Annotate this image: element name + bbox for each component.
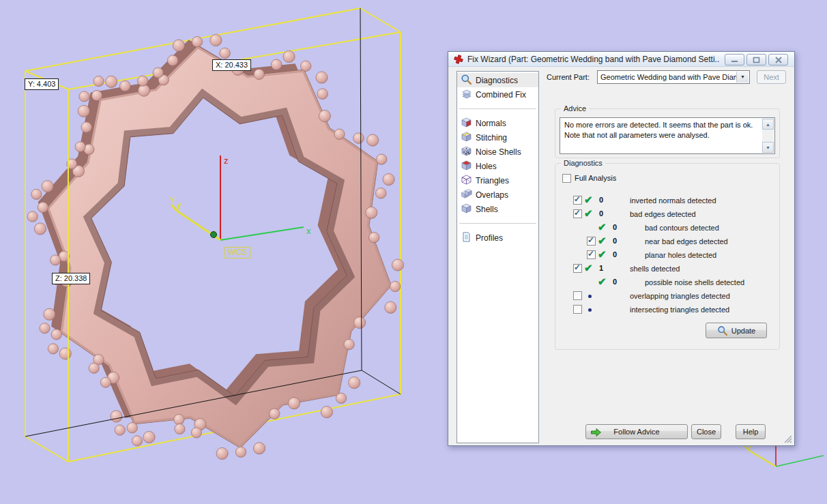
diagnostic-count: 0 — [613, 237, 617, 245]
diagnostic-label: shells detected — [630, 265, 680, 273]
sidebar-item-combined-fix[interactable]: Combined Fix — [457, 87, 538, 102]
cube-red-top-icon — [461, 160, 472, 173]
scroll-down-button[interactable]: ▼ — [762, 142, 774, 153]
pave-bead — [270, 409, 280, 419]
sidebar-item-holes[interactable]: Holes — [457, 159, 538, 173]
sidebar-item-label: Stitching — [476, 133, 507, 143]
diagnostic-label: overlapping triangles detected — [630, 292, 730, 300]
diagnostic-label: planar holes detected — [645, 251, 716, 259]
green-check-icon: ✔ — [584, 207, 593, 220]
layers-icon — [461, 88, 472, 102]
dialog-titlebar[interactable]: Fix Wizard (Part: Geometric Wedding band… — [448, 52, 794, 67]
pave-bead — [115, 425, 125, 435]
close-button[interactable] — [768, 54, 788, 65]
advice-legend: Advice — [561, 104, 589, 113]
pave-bead — [75, 142, 85, 152]
diagnostic-count: 0 — [613, 223, 617, 231]
pave-bead — [38, 202, 48, 212]
sidebar-item-label: Shells — [476, 205, 498, 214]
measure-label-z: Z: 20.338 — [52, 273, 90, 284]
fix-wizard-icon — [454, 55, 463, 64]
box-edge — [360, 8, 401, 32]
pave-bead — [210, 34, 222, 46]
pave-bead — [390, 281, 400, 291]
cube-dots-icon — [461, 145, 472, 159]
diagnostic-count: 0 — [613, 278, 617, 286]
resize-grip[interactable] — [784, 435, 792, 443]
diagnostics-rows: ✔0inverted normals detected✔0bad edges d… — [555, 194, 779, 320]
sidebar-item-overlaps[interactable]: Overlaps — [457, 188, 538, 202]
diagnostic-checkbox[interactable] — [587, 250, 596, 259]
follow-advice-button[interactable]: Follow Advice — [585, 424, 688, 439]
diagnostic-checkbox[interactable] — [573, 291, 582, 300]
cube-stitch-icon — [461, 131, 472, 145]
sidebar-item-noise-shells[interactable]: Noise Shells — [457, 145, 538, 159]
magnifier-icon — [461, 74, 472, 87]
green-check-icon: ✔ — [598, 220, 607, 234]
ring-part[interactable] — [27, 34, 404, 459]
sidebar-separator — [459, 108, 536, 109]
diagnostic-label: possible noise shells detected — [645, 278, 744, 286]
pave-bead — [349, 377, 360, 389]
pave-bead — [288, 398, 300, 409]
pave-bead — [143, 431, 155, 443]
pave-bead — [120, 80, 131, 91]
minimize-button[interactable] — [725, 54, 744, 65]
scroll-up-button[interactable]: ▲ — [762, 119, 774, 130]
wcs-label: WCS — [224, 247, 250, 258]
advice-line-2: Note that not all parameters were analys… — [564, 130, 757, 140]
pave-bead — [100, 377, 111, 387]
diagnostic-checkbox[interactable] — [573, 264, 582, 273]
sidebar-item-label: Combined Fix — [476, 90, 526, 100]
pave-bead — [78, 105, 89, 117]
close-icon — [775, 57, 782, 63]
sidebar-item-diagnostics[interactable]: Diagnostics — [457, 73, 538, 87]
pave-bead — [369, 233, 379, 243]
pave-bead — [93, 76, 104, 87]
y-axis-arrow — [177, 203, 180, 211]
restore-button[interactable] — [746, 54, 766, 65]
pave-bead — [27, 211, 38, 222]
cube-red-side-icon — [461, 117, 472, 130]
help-button[interactable]: Help — [736, 424, 766, 439]
pave-bead — [336, 393, 346, 403]
diagnostic-label: intersecting triangles detected — [630, 306, 729, 314]
pave-bead — [334, 129, 345, 139]
cube-icon — [461, 203, 472, 216]
sidebar-item-normals[interactable]: Normals — [457, 116, 538, 130]
sidebar-item-profiles[interactable]: Profiles — [457, 231, 538, 245]
diagnostic-checkbox[interactable] — [587, 237, 596, 246]
pave-bead — [383, 174, 394, 186]
pave-bead — [42, 181, 53, 192]
restore-icon — [753, 57, 760, 63]
diagnostic-row: ✔0bad edges detected — [555, 207, 779, 221]
update-button[interactable]: Update — [706, 323, 767, 338]
advice-scrollbar[interactable]: ▲ ▼ — [762, 119, 774, 153]
pave-bead — [106, 76, 117, 87]
green-check-icon: ✔ — [584, 193, 593, 207]
close-dialog-button[interactable]: Close — [691, 424, 721, 439]
full-analysis-checkbox[interactable] — [562, 174, 571, 183]
current-part-value: Geometric Wedding band with Pave Diamo — [600, 73, 744, 81]
update-label: Update — [731, 327, 755, 335]
diagnostic-count: 0 — [599, 196, 603, 204]
sidebar-item-triangles[interactable]: Triangles — [457, 173, 538, 188]
green-check-icon: ✔ — [598, 248, 607, 261]
sidebar-item-stitching[interactable]: Stitching — [457, 130, 538, 145]
diagnostics-group: Diagnostics Full Analysis ✔0inverted nor… — [555, 163, 780, 350]
diagnostic-checkbox[interactable] — [573, 305, 582, 314]
diagnostic-row: intersecting triangles detected — [555, 303, 779, 316]
pave-bead — [51, 329, 61, 340]
green-arrow-icon — [590, 428, 602, 437]
measure-label-y: Y: 4.403 — [25, 78, 59, 90]
pave-bead — [301, 61, 311, 71]
advice-textbox: No more errors are detected. It seems th… — [560, 117, 775, 154]
green-check-icon: ✔ — [598, 234, 607, 248]
diagnostic-checkbox[interactable] — [573, 209, 582, 218]
diagnostic-checkbox[interactable] — [573, 196, 582, 205]
pave-bead — [353, 133, 364, 144]
current-part-dropdown[interactable]: Geometric Wedding band with Pave Diamo ▼ — [597, 70, 750, 84]
pave-bead — [191, 428, 201, 438]
sidebar-item-shells[interactable]: Shells — [457, 202, 538, 216]
next-button[interactable]: Next — [757, 70, 786, 84]
